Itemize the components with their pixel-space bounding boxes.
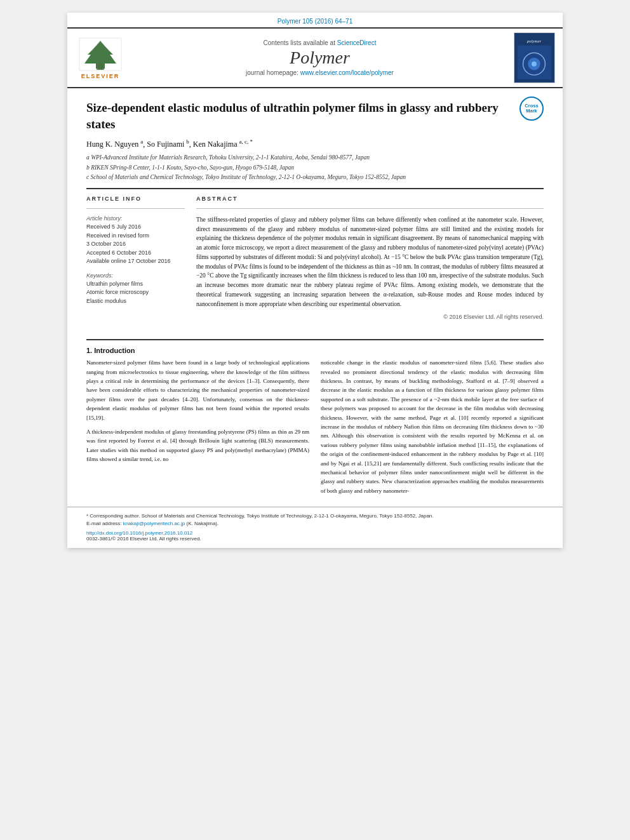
intro-para-2: A thickness-independent modulus of glass… [86,427,309,464]
info-abstract-columns: ARTICLE INFO Article history: Received 5… [86,196,544,320]
issn-line: 0032-3861/© 2016 Elsevier Ltd. All right… [86,536,544,542]
email-label: E-mail address: [86,521,122,526]
keywords-section: Keywords: Ultrathin polymer films Atomic… [86,272,185,306]
article-history: Article history: Received 5 July 2016 Re… [86,215,185,266]
email-line: E-mail address: knakaji@polymeritech.ac.… [86,520,544,528]
history-label: Article history: [86,215,185,222]
journal-name: Polymer [132,48,507,68]
article-info-column: ARTICLE INFO Article history: Received 5… [86,196,185,320]
intro-para-3: noticeable change in the elastic modulus… [321,358,544,495]
abstract-column: ABSTRACT The stiffness-related propertie… [196,196,544,320]
svg-point-10 [532,62,537,67]
elsevier-brand: ELSEVIER [81,73,120,79]
affiliation-c: c School of Materials and Chemical Techn… [86,173,544,182]
divider-thick [86,188,544,189]
introduction-title: 1. Introduction [86,347,544,354]
article-title: Size-dependent elastic modulus of ultrat… [86,100,544,132]
sciencedirect-link[interactable]: ScienceDirect [337,39,377,46]
introduction-columns: Nanometer-sized polymer films have been … [86,358,544,500]
section-divider [86,339,544,340]
contents-label: Contents lists available at [264,39,335,46]
received-date: Received 5 July 2016 [86,223,185,232]
section-name: Introduction [94,347,135,354]
article-info-header: ARTICLE INFO [86,196,185,202]
keywords-label: Keywords: [86,272,185,279]
intro-col-left: Nanometer-sized polymer films have been … [86,358,309,500]
intro-col-right: noticeable change in the elastic modulus… [321,358,544,500]
doi-line: http://dx.doi.org/10.1016/j.polymer.2016… [86,530,544,536]
copyright-notice: © 2016 Elsevier Ltd. All rights reserved… [196,314,544,320]
elsevier-logo: ELSEVIER [75,37,126,79]
introduction-section: 1. Introduction Nanometer-sized polymer … [67,347,563,500]
journal-reference: Polymer 105 (2016) 64–71 [67,13,563,27]
divider-1 [86,208,185,209]
keyword-3: Elastic modulus [86,297,185,306]
crossmark-badge[interactable]: CrossMark [519,97,544,121]
section-number: 1. [86,347,92,354]
journal-page: Polymer 105 (2016) 64–71 [67,13,563,548]
keyword-2: Atomic force microscopy [86,288,185,297]
affiliations: a WPI-Advanced Institute for Materials R… [86,153,544,182]
svg-text:polymer: polymer [526,39,542,43]
abstract-header: ABSTRACT [196,196,544,202]
affiliation-a: a WPI-Advanced Institute for Materials R… [86,153,544,162]
journal-center-header: Contents lists available at ScienceDirec… [132,39,507,76]
homepage-link[interactable]: www.elsevier.com/locate/polymer [300,69,394,76]
revised-date: 3 October 2016 [86,240,185,249]
authors: Hung K. Nguyen a, So Fujinami b, Ken Nak… [86,138,544,149]
abstract-text: The stiffness-related properties of glas… [196,215,544,309]
journal-cover-thumbnail: polymer [514,32,555,83]
corresponding-author: * Corresponding author. School of Materi… [86,512,544,520]
elsevier-logo-image [78,37,123,72]
keyword-1: Ultrathin polymer films [86,280,185,289]
accepted-date: Accepted 6 October 2016 [86,249,185,258]
journal-header: ELSEVIER Contents lists available at Sci… [67,27,563,88]
revised-label: Received in revised form [86,232,185,241]
title-block: CrossMark Size-dependent elastic modulus… [86,100,544,132]
divider-2 [196,208,544,209]
intro-para-1: Nanometer-sized polymer films have been … [86,358,309,422]
email-person: (K. Nakajima). [187,521,219,526]
sciencedirect-line: Contents lists available at ScienceDirec… [132,39,507,46]
available-date: Available online 17 October 2016 [86,257,185,266]
article-content: CrossMark Size-dependent elastic modulus… [67,88,563,333]
homepage-line: journal homepage: www.elsevier.com/locat… [132,69,507,76]
homepage-label: journal homepage: [246,69,298,76]
footnote-section: * Corresponding author. School of Materi… [67,507,563,548]
affiliation-b: b RIKEN SPring-8 Center, 1-1-1 Kouto, Sa… [86,163,544,172]
email-link[interactable]: knakaji@polymeritech.ac.jp [123,521,185,526]
